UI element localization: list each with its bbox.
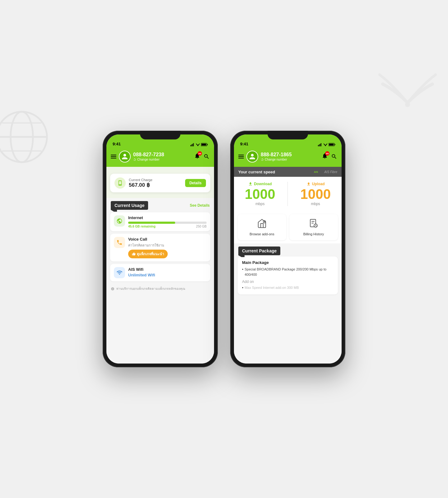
phone-1: 9:41: [103, 131, 218, 367]
browse-addons-label: Browse add-ons: [241, 232, 283, 236]
wifi-name: AIS Wifi: [128, 267, 207, 272]
ais-logo: AIS: [314, 169, 323, 174]
svg-rect-13: [202, 144, 206, 146]
hamburger-menu-1[interactable]: [111, 155, 116, 158]
battery-icon: [201, 143, 208, 146]
svg-point-10: [198, 145, 198, 146]
app-header-2: 888-827-1865 Change number 99: [234, 148, 342, 167]
speed-card: Download 1000 mbps Upload 1000 mbps: [234, 177, 342, 211]
svg-rect-8: [192, 144, 193, 146]
phone-number-1: 088-827-7238: [133, 152, 192, 157]
svg-point-18: [325, 145, 326, 146]
download-arrow-icon: [248, 182, 253, 186]
avatar-1: [119, 151, 131, 162]
status-time-2: 9:41: [240, 142, 248, 146]
internet-labels: 45.6 GB remaining 250 GB: [128, 225, 207, 228]
section-title-wrap: Current Usage: [111, 201, 148, 210]
speed-divider: [287, 182, 288, 206]
billing-history-label: Billing History: [292, 232, 335, 236]
browse-addons-icon: [241, 218, 283, 230]
internet-remaining: 45.6 GB remaining: [128, 225, 156, 228]
wifi-usage-icon: [114, 267, 125, 278]
upload-unit: mbps: [300, 202, 331, 206]
upload-arrow-icon: [306, 182, 311, 186]
voice-name: Voice Call: [128, 237, 207, 242]
upload-col: Upload 1000 mbps: [300, 182, 331, 206]
addon-package-item: • Max Speed Internet add-on 300 MB: [242, 285, 334, 291]
status-time-1: 9:41: [113, 142, 121, 146]
voice-icon: [114, 237, 125, 248]
search-icon-1[interactable]: [203, 153, 210, 160]
download-col: Download 1000 mbps: [245, 182, 275, 206]
notch-2: [268, 131, 308, 139]
notification-icon-1[interactable]: 99: [194, 153, 200, 160]
svg-rect-15: [319, 144, 320, 146]
main-package-label: Main Package: [242, 260, 334, 265]
change-number-1[interactable]: Change number: [133, 158, 192, 161]
phones-container: 9:41: [103, 131, 345, 367]
addon-section-label: Add on: [242, 280, 334, 284]
package-card: Main Package • Special BROADBRAND Packag…: [238, 256, 338, 294]
avatar-2: [246, 151, 258, 162]
ais-fibre-logo: AIS AIS Fibre: [314, 169, 337, 174]
speed-title: Your current speed: [238, 170, 275, 174]
svg-point-0: [0, 112, 47, 162]
battery-icon-2: [329, 143, 335, 146]
see-details-link[interactable]: See Details: [190, 203, 210, 208]
change-number-2[interactable]: Change number: [261, 158, 319, 161]
svg-rect-17: [321, 143, 321, 146]
voice-details: Voice Call ค่าโทรคิดตามการใช้งาน ดูแพ็กเ…: [128, 237, 207, 258]
svg-rect-14: [318, 145, 319, 146]
phone-1-inner: 9:41: [106, 134, 214, 364]
charge-amount: 567.00 ฿: [129, 182, 152, 188]
details-button[interactable]: Details: [185, 179, 206, 187]
main-package-item: • Special BROADBRAND Package 200/200 Mbp…: [242, 267, 334, 277]
svg-rect-12: [207, 144, 208, 145]
charge-card: Current Charge 567.00 ฿ Details: [110, 174, 210, 192]
svg-rect-16: [320, 144, 320, 146]
download-label: Download: [245, 182, 275, 186]
notif-badge-1: 99: [198, 151, 202, 156]
header-icons-2: 99: [322, 153, 337, 160]
app-header-1: 088-827-7238 Change number 99: [106, 148, 214, 167]
section-header-1: Current Usage See Details: [106, 198, 214, 212]
info-text: ท่านบริการบอกแพ็กเกจคิดตามแพ็กเกจหลักของ…: [116, 286, 185, 291]
charge-info: Current Charge 567.00 ฿: [114, 177, 152, 189]
charge-icon: [114, 177, 126, 189]
pkg-section-title: Current Package: [242, 248, 277, 253]
voice-sub: ค่าโทรคิดตามการใช้งาน: [128, 242, 207, 248]
internet-progress: [128, 222, 207, 224]
usage-item-internet: Internet 45.6 GB remaining 250 GB: [110, 212, 210, 231]
svg-rect-6: [190, 145, 191, 146]
notif-badge-2: 99: [325, 151, 329, 156]
charge-text: Current Charge 567.00 ฿: [129, 178, 152, 188]
upload-label: Upload: [300, 182, 331, 186]
usage-item-voice: Voice Call ค่าโทรคิดตามการใช้งาน ดูแพ็กเ…: [110, 234, 210, 261]
section-title: Current Usage: [114, 203, 144, 208]
internet-icon: [114, 215, 125, 227]
notification-icon-2[interactable]: 99: [322, 153, 328, 160]
search-icon-2[interactable]: [331, 153, 337, 160]
signal-icon-2: [318, 143, 322, 146]
notch-1: [140, 131, 180, 139]
svg-point-5: [405, 102, 410, 107]
wifi-details: AIS Wifi Unlimited Wifi: [128, 267, 207, 277]
billing-history-card[interactable]: Billing History: [289, 214, 338, 240]
svg-rect-20: [335, 144, 335, 145]
fibre-label: AIS Fibre: [324, 170, 337, 174]
phone-2: 9:41: [230, 131, 345, 367]
signal-icon: [190, 143, 195, 146]
internet-total: 250 GB: [196, 225, 207, 228]
internet-name: Internet: [128, 215, 207, 220]
hamburger-menu-2[interactable]: [238, 155, 244, 158]
recommend-button[interactable]: ดูแพ็กเกจที่แนะนำ: [128, 250, 168, 258]
fibre-header: Your current speed AIS AIS Fibre: [234, 167, 342, 177]
browse-addons-card[interactable]: Browse add-ons: [238, 214, 286, 240]
current-package-section: Current Package Main Package • Special B…: [234, 243, 342, 364]
info-bar: ท่านบริการบอกแพ็กเกจคิดตามแพ็กเกจหลักของ…: [106, 284, 214, 294]
download-unit: mbps: [245, 202, 275, 206]
svg-rect-9: [193, 143, 194, 146]
status-icons-2: [318, 143, 335, 146]
status-icons-1: [190, 143, 208, 146]
wifi-icon-2: [324, 143, 327, 146]
